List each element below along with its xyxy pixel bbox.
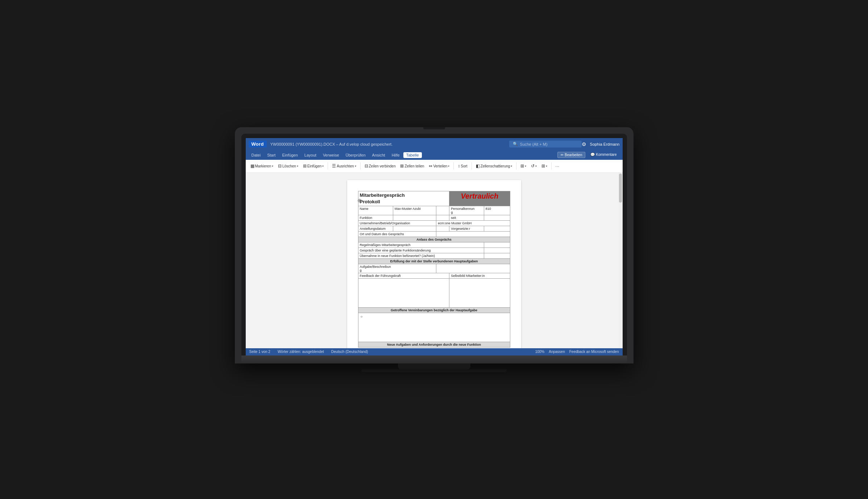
zellen-teilen-icon: ⊠	[400, 163, 404, 169]
document-area[interactable]: ⊕ Mitarbeitergespräch Protokoll Vertra	[246, 173, 623, 348]
chevron-icon: ▾	[272, 165, 273, 168]
ausrichten-icon: ☰	[332, 163, 336, 169]
value-ort	[436, 231, 510, 237]
label-name: Name	[358, 206, 393, 215]
vertraulich-label: Vertraulich	[461, 192, 498, 200]
menu-verweise[interactable]: Verweise	[320, 152, 342, 158]
value-aufgabe	[436, 264, 510, 273]
verteilen-icon: ⇔	[429, 163, 432, 169]
status-fit[interactable]: Anpassen	[549, 350, 565, 354]
ribbon-grid[interactable]: ⊞ ▾	[540, 162, 549, 170]
label-vorgesetzte: Vorgesetzte:r	[449, 226, 484, 231]
settings-icon[interactable]: ⚙	[582, 141, 586, 147]
status-feedback[interactable]: Feedback an Microsoft senden	[569, 350, 619, 354]
edit-button[interactable]: ✏ Bearbeiten	[557, 152, 585, 158]
ribbon-undo[interactable]: ↺ ▾	[529, 162, 539, 170]
ribbon-group-5: ◧ Zellenschattierung ▾	[474, 162, 517, 170]
section-anlass: Anlass des Gesprächs	[358, 237, 510, 242]
label-aufgabe: Aufgabe/Beschreibung	[358, 264, 436, 273]
ribbon-group-2: ☰ Ausrichten ▾	[330, 162, 360, 170]
label-ort: Ort und Datum des Gesprächs	[358, 231, 436, 237]
status-words: Wörter zählen: ausgeblendet	[278, 350, 324, 354]
scroll-track[interactable]	[618, 173, 623, 348]
chevron-icon-7: ▾	[525, 165, 526, 168]
feedback-content	[358, 278, 449, 307]
laptop-notch	[423, 127, 445, 129]
ribbon-einfuegen[interactable]: ⊞ Einfügen ▾	[301, 162, 325, 170]
comment-button[interactable]: 💬 Kommentare	[587, 152, 619, 158]
word-app: Word YW00000091 (YW00000091).DOCX – Auf …	[246, 138, 623, 355]
status-language: Deutsch (Deutschland)	[331, 350, 368, 354]
status-zoom: 100%	[535, 350, 545, 354]
title-bar-filename: YW00000091 (YW00000091).DOCX – Auf d.vel…	[270, 142, 509, 146]
section-hauptaufgaben: Erfüllung der mit der Stelle verbundenen…	[358, 258, 510, 264]
menu-ueberpruefen[interactable]: Überprüfen	[343, 152, 369, 158]
search-icon: 🔍	[513, 142, 518, 146]
zeilen-icon: ⊟	[365, 163, 368, 169]
ribbon-ausrichten[interactable]: ☰ Ausrichten ▾	[330, 162, 358, 170]
borders-icon: ⊞	[520, 163, 524, 169]
ribbon-markieren[interactable]: ▦ Markieren ▾	[249, 162, 275, 170]
document-page: ⊕ Mitarbeitergespräch Protokoll Vertra	[347, 180, 521, 348]
anlass-check-1	[484, 242, 510, 248]
user-name: Sophia Erdmann	[590, 142, 620, 146]
label-feedback: Feedback der Führungskraft	[358, 273, 449, 278]
ribbon-verteilen[interactable]: ⇔ Verteilen ▾	[427, 162, 451, 170]
ribbon-group-6: ⊞ ▾ ↺ ▾ ⊞ ▾	[519, 162, 552, 170]
label-selbstbild: Selbstbild Mitarbeiter:in	[449, 273, 510, 278]
scroll-thumb[interactable]	[619, 174, 622, 203]
menu-bar: Datei Start Einfügen Layout Verweise Übe…	[246, 150, 623, 160]
anlass-row-3: Übernahme in neue Funktion befürwortet? …	[358, 253, 484, 258]
ribbon-zeilen-verbinden[interactable]: ⊟ Zeilen verbinden	[363, 162, 398, 170]
status-right: 100% Anpassen Feedback an Microsoft send…	[535, 350, 619, 354]
ribbon: ▦ Markieren ▾ ⊟ Löschen ▾ ⊞	[246, 160, 623, 173]
laptop-stand	[398, 363, 470, 369]
loeschen-icon: ⊟	[278, 163, 282, 169]
ribbon-group-3: ⊟ Zeilen verbinden ⊠ Zellen teilen ⇔ Ver…	[363, 162, 454, 170]
menu-ansicht[interactable]: Ansicht	[369, 152, 388, 158]
laptop-screen: Word YW00000091 (YW00000091).DOCX – Auf …	[246, 138, 623, 355]
value-unternehmen: ecm:one Muster GmbH	[436, 220, 510, 226]
markieren-icon: ▦	[250, 163, 254, 169]
value-seit	[484, 215, 510, 220]
chevron-icon-6: ▾	[511, 165, 512, 168]
value-name: Max-Muster Azubi	[393, 206, 436, 215]
undo-icon: ↺	[531, 163, 535, 169]
chevron-icon-2: ▾	[297, 165, 298, 168]
anlass-row-2: Gespräch über eine geplante Funktionsänd…	[358, 248, 484, 253]
value-personalkennung: 810	[484, 206, 510, 215]
label-funktion: Funktion	[358, 215, 393, 220]
menu-layout[interactable]: Layout	[302, 152, 319, 158]
table-move-handle[interactable]: ⊕	[357, 197, 362, 203]
ribbon-zellenschattierung[interactable]: ◧ Zellenschattierung ▾	[474, 162, 514, 170]
selbstbild-content	[449, 278, 510, 307]
einfuegen-icon: ⊞	[303, 163, 307, 169]
ribbon-zellen-teilen[interactable]: ⊠ Zellen teilen	[398, 162, 426, 170]
menu-hilfe[interactable]: Hilfe	[389, 152, 403, 158]
section-vereinbarungen: Getroffene Vereinbarungen bezüglich der …	[358, 307, 510, 313]
ribbon-more[interactable]: ···	[554, 162, 561, 170]
sort-icon: ↕	[458, 163, 460, 169]
menu-datei[interactable]: Datei	[249, 152, 264, 158]
menu-tabelle[interactable]: Tabelle	[403, 152, 422, 158]
ribbon-sort[interactable]: ↕ Sort	[456, 162, 469, 170]
menu-start[interactable]: Start	[264, 152, 278, 158]
label-seit: seit	[449, 215, 484, 220]
status-bar: Seite 1 von 2 Wörter zählen: ausgeblende…	[246, 348, 623, 355]
laptop-outer: Word YW00000091 (YW00000091).DOCX – Auf …	[235, 127, 634, 363]
ribbon-group-4: ↕ Sort	[456, 162, 472, 170]
ribbon-borders[interactable]: ⊞ ▾	[519, 162, 528, 170]
title-bar-search[interactable]: 🔍	[509, 141, 582, 147]
chevron-icon-9: ▾	[546, 165, 547, 168]
search-input[interactable]	[520, 142, 574, 146]
chevron-icon-8: ▾	[535, 165, 537, 168]
ribbon-loeschen[interactable]: ⊟ Löschen ▾	[276, 162, 300, 170]
anlass-check-2	[484, 248, 510, 253]
menu-bar-right: ✏ Bearbeiten 💬 Kommentare	[557, 152, 619, 158]
value-anstellungsdatum	[393, 226, 436, 231]
anlass-row-1: Regelmäßiges Mitarbeitergespräch	[358, 242, 484, 248]
chevron-icon-3: ▾	[322, 165, 324, 168]
chevron-icon-5: ▾	[448, 165, 449, 168]
zellenschattierung-icon: ◧	[476, 163, 480, 169]
menu-einfuegen[interactable]: Einfügen	[279, 152, 300, 158]
